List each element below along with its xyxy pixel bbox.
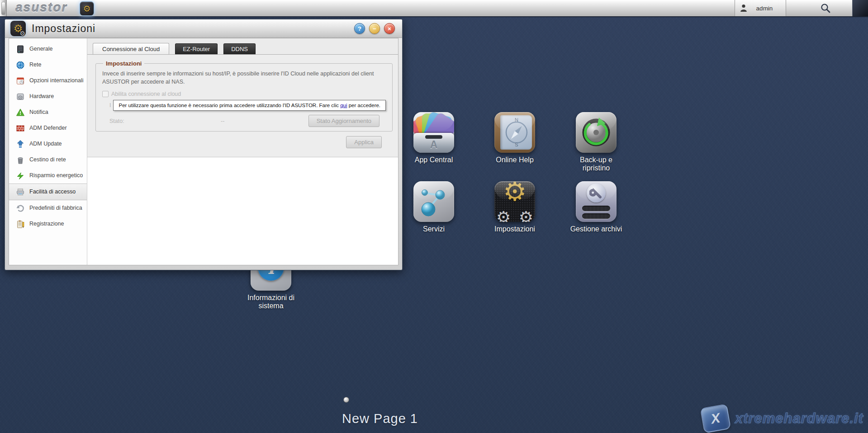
globe-icon: [15, 60, 25, 70]
cloud-description: Invece di inserire sempre le informazion…: [102, 70, 386, 86]
search-icon: [820, 3, 831, 14]
drive-icon: [15, 92, 25, 101]
help-button[interactable]: ?: [354, 23, 365, 34]
printer-icon: [15, 187, 25, 197]
tab-ddns[interactable]: DDNS: [223, 43, 256, 54]
apply-button[interactable]: Applica: [346, 136, 382, 148]
desktop-icon-backup-restore[interactable]: Back-up e ripristino: [567, 112, 626, 173]
storage-manager-icon: [576, 181, 617, 222]
lightning-icon: [15, 171, 25, 180]
sidebar-item-cestino-di-rete[interactable]: Cestino di rete: [9, 152, 87, 168]
sidebar-item-rete[interactable]: Rete: [9, 57, 87, 73]
login-required-tooltip: Per utilizzare questa funzione è necessa…: [113, 100, 386, 111]
icon-label: Gestione archivi: [570, 225, 622, 233]
status-value: --: [221, 118, 224, 124]
calendar-clock-icon: [15, 76, 25, 85]
username-label: admin: [748, 5, 781, 12]
content-empty-area: [87, 157, 398, 265]
sidebar-item-hardware[interactable]: Hardware: [9, 89, 87, 104]
tab-ez-router[interactable]: EZ-Router: [175, 43, 218, 54]
status-label: Stato:: [109, 118, 124, 124]
desktop-icon-settings[interactable]: ⚙ ⚙ ⚙ Impostazioni: [485, 181, 544, 233]
desktop-icon-services[interactable]: Servizi: [404, 181, 463, 233]
settings-main: Connessione al Cloud EZ-Router DDNS Impo…: [87, 38, 398, 265]
close-button[interactable]: ×: [384, 23, 395, 34]
icon-label: Informazioni di sistema: [243, 294, 299, 311]
settings-group: Impostazioni Invece di inserire sempre l…: [95, 60, 393, 132]
settings-window-icon: ⚙ ⚙: [10, 21, 26, 36]
trash-icon: [15, 155, 25, 165]
taskbar-settings-icon[interactable]: ⚙: [80, 1, 94, 16]
watermark-text: xtremehardware.it: [735, 410, 863, 427]
cloud-settings-panel: Impostazioni Invece di inserire sempre l…: [87, 54, 398, 157]
window-titlebar[interactable]: ⚙ ⚙ Impostazioni ? − ×: [5, 19, 402, 38]
up-arrow-icon: [15, 139, 25, 149]
undo-arrow-icon: [15, 203, 25, 213]
tab-connessione-al-cloud[interactable]: Connessione al Cloud: [93, 43, 169, 54]
sidebar-item-risparmio-energetico[interactable]: Risparmio energetico: [9, 168, 87, 184]
enable-cloud-checkbox[interactable]: [102, 91, 109, 97]
settings-sidebar: Generale Rete Opzioni internazionali Har…: [9, 38, 87, 265]
firewall-icon: [15, 123, 25, 133]
wrench-icon: [587, 184, 606, 202]
icon-label: Servizi: [423, 225, 445, 233]
app-central-letter: A: [430, 139, 438, 151]
page-label: New Page 1: [342, 411, 418, 426]
desktop-icon-storage-manager[interactable]: Gestione archivi: [567, 181, 626, 233]
search-button[interactable]: [814, 0, 837, 16]
cloud-id-label-fragment: I: [109, 102, 111, 108]
user-menu[interactable]: admin: [735, 0, 786, 16]
desktop: A App Central N S Online Help: [0, 0, 868, 433]
watermark: X xtremehardware.it: [702, 406, 863, 431]
server-icon: [15, 44, 25, 54]
sidebar-item-notifica[interactable]: Notifica: [9, 104, 87, 120]
services-icon: [413, 181, 454, 222]
online-help-icon: N S: [494, 112, 535, 153]
sidebar-item-adm-defender[interactable]: ADM Defender: [9, 120, 87, 136]
clipboard-pencil-icon: [15, 219, 25, 229]
minimize-button[interactable]: −: [369, 23, 380, 34]
user-icon: [740, 4, 748, 13]
enable-cloud-label: Abilita connessione al cloud: [111, 91, 181, 97]
icon-label: App Central: [415, 156, 453, 164]
xtremehardware-logo: X: [700, 404, 731, 433]
settings-window: ⚙ ⚙ Impostazioni ? − × Generale Rete: [5, 19, 403, 270]
top-bar: asustor ⚙ admin: [0, 0, 868, 17]
compass-n: N: [515, 117, 518, 122]
login-here-link[interactable]: qui: [340, 103, 347, 108]
compass-s: S: [515, 142, 518, 147]
group-legend: Impostazioni: [103, 60, 144, 67]
icon-label: Impostazioni: [494, 225, 535, 233]
sidebar-item-registrazione[interactable]: Registrazione: [9, 216, 87, 232]
sidebar-item-facilita-di-accesso[interactable]: Facilità di accesso: [9, 184, 87, 200]
warning-triangle-icon: [15, 108, 25, 117]
drive-slot: [582, 206, 610, 211]
icon-label: Online Help: [496, 156, 534, 164]
drive-slot: [582, 213, 610, 219]
panel-handle[interactable]: [0, 0, 7, 16]
desktop-icon-app-central[interactable]: A App Central: [404, 112, 463, 164]
sidebar-item-opzioni-internazionali[interactable]: Opzioni internazionali: [9, 73, 87, 89]
icon-label: Back-up e ripristino: [569, 156, 624, 173]
sidebar-item-predefiniti-di-fabbrica[interactable]: Predefiniti di fabbrica: [9, 200, 87, 216]
update-status-button[interactable]: Stato Aggiornamento: [308, 115, 379, 127]
topbar-corner: [852, 0, 868, 16]
tab-strip: Connessione al Cloud EZ-Router DDNS: [87, 38, 398, 54]
sidebar-item-adm-update[interactable]: ADM Update: [9, 136, 87, 152]
page-indicator-dot[interactable]: [343, 397, 349, 403]
app-central-icon: A: [413, 112, 454, 153]
desktop-icon-online-help[interactable]: N S Online Help: [485, 112, 544, 164]
window-title: Impostazioni: [32, 23, 95, 35]
sidebar-item-generale[interactable]: Generale: [9, 41, 87, 57]
backup-restore-icon: [576, 112, 617, 153]
asustor-logo: asustor: [15, 0, 67, 15]
settings-gears-icon: ⚙ ⚙ ⚙: [494, 181, 535, 222]
